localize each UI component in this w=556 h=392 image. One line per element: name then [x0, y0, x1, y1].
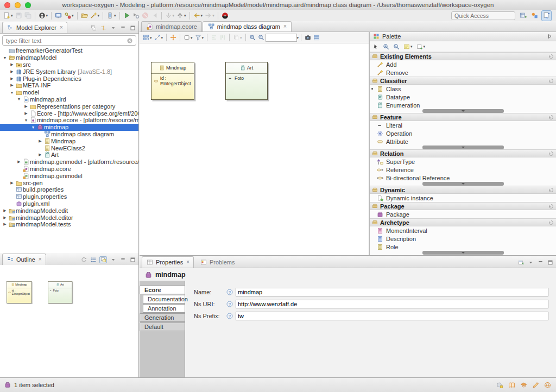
tree-expander-icon[interactable]: ▶	[37, 153, 43, 157]
view-menu-button[interactable]	[109, 256, 117, 263]
web-button[interactable]	[544, 382, 551, 389]
tree-item-jre-system-library[interactable]: ▶JRE System Library[JavaSE-1.8]	[0, 68, 138, 75]
diagram-class-mindmap[interactable]: Mindmapid : EIntegerObject	[7, 281, 31, 304]
tab-properties[interactable]: Properties ×	[142, 256, 194, 268]
close-icon[interactable]: ×	[60, 25, 63, 30]
maximize-button[interactable]	[129, 256, 136, 263]
maximize-button[interactable]	[546, 259, 554, 266]
select-tool-button[interactable]: ▾	[142, 33, 153, 42]
palette-item-bi-directional-reference[interactable]: Bi-directional Reference	[370, 174, 556, 182]
tree-item-mindmap-ecore-platform-resource-mindmapmode[interactable]: ▼mindmap.ecore - [platform:/resource/min…	[0, 117, 138, 124]
tree-expander-icon[interactable]: ▶	[2, 216, 8, 220]
tab-model-explorer[interactable]: Model Explorer ×	[2, 22, 67, 33]
pin-drawer-icon[interactable]	[548, 220, 554, 225]
palette-section-relation[interactable]: Relation	[370, 149, 556, 157]
layers-button[interactable]	[312, 33, 321, 42]
pin-drawer-icon[interactable]	[548, 151, 554, 156]
zoom-out-button[interactable]	[392, 42, 401, 52]
tree-expander-icon[interactable]: ▶	[9, 83, 15, 87]
record-button[interactable]: ▾	[63, 11, 75, 21]
container-button[interactable]: ▾	[182, 33, 194, 42]
tree-view-button[interactable]	[90, 256, 97, 263]
note-button[interactable]: ▾	[402, 42, 414, 52]
down-button[interactable]: ▾	[164, 11, 176, 21]
palette-item-enumeration[interactable]: Enumeration	[370, 101, 556, 109]
tab-problems[interactable]: Problems	[196, 256, 238, 268]
palette-item-reference[interactable]: Reference	[370, 166, 556, 174]
editor-tab-mindmap-class-diagram[interactable]: mindmap class diagram×	[203, 21, 292, 31]
palette-item-momentinterval[interactable]: MomentInterval	[370, 226, 556, 235]
zoom-out-button[interactable]	[257, 33, 266, 42]
palette-item-class[interactable]: Class	[370, 85, 556, 93]
palette-drawer-handle[interactable]	[422, 182, 504, 186]
export-image-button[interactable]	[304, 33, 312, 42]
help-button[interactable]: ?	[226, 289, 236, 295]
palette-item-package[interactable]: Package	[370, 210, 556, 218]
minimize-button[interactable]	[119, 256, 127, 263]
palette-item-add[interactable]: Add	[370, 60, 556, 68]
back-button[interactable]: ▾	[192, 11, 204, 21]
education-button[interactable]	[520, 382, 527, 389]
properties-tab-ecore[interactable]: Ecore	[140, 286, 185, 294]
new-element-button[interactable]: ▾	[415, 42, 427, 52]
pin-drawer-icon[interactable]	[548, 204, 554, 209]
pin-drawer-icon[interactable]	[548, 54, 554, 59]
new-button[interactable]: ▾	[2, 11, 14, 21]
perspective-active-button[interactable]	[541, 10, 552, 21]
class-member-foto[interactable]: Foto	[48, 288, 72, 293]
new-view-button[interactable]	[517, 259, 525, 266]
up-button[interactable]: ▾	[175, 11, 187, 21]
tree-item-model[interactable]: ▼model	[0, 89, 138, 96]
copy-appearance-button[interactable]: ▾	[232, 33, 243, 42]
palette-drawer-handle[interactable]	[422, 109, 504, 113]
palette-section-classifier[interactable]: Classifier	[370, 77, 556, 85]
tree-expander-icon[interactable]: ▶	[23, 104, 29, 109]
tree-item-mindmapmodel-edit[interactable]: ▶mindmapModel.edit	[0, 207, 138, 214]
class-member-id-eintegerobject[interactable]: id : EIntegerObject	[7, 288, 31, 295]
tree-expander-icon[interactable]: ▶	[16, 160, 22, 164]
close-icon[interactable]: ×	[283, 24, 287, 29]
collapse-palette-icon[interactable]	[546, 33, 553, 40]
properties-tab-annotation[interactable]: Annotation	[143, 304, 185, 313]
tree-item-build-properties[interactable]: build.properties	[0, 186, 138, 193]
tree-item-mindmapmodel-tests[interactable]: ▶mindmapModel.tests	[0, 221, 138, 228]
tree-item-mindmapmodel[interactable]: ▼mindmapModel	[0, 54, 138, 61]
quick-access-input[interactable]	[451, 11, 515, 20]
tree-item-art[interactable]: ▶Art	[0, 151, 138, 159]
save-button[interactable]	[14, 11, 23, 21]
tree-expander-icon[interactable]: ▶	[9, 77, 15, 81]
palette-item-literal[interactable]: Literal	[370, 121, 556, 129]
name-input[interactable]	[236, 288, 548, 296]
align-v-button[interactable]	[218, 33, 227, 42]
tree-item-src-gen[interactable]: ▶src-gen	[0, 179, 138, 186]
diagram-class-art[interactable]: ArtFoto	[225, 62, 268, 100]
book-button[interactable]	[508, 382, 515, 389]
palette-item-dynamic-instance[interactable]: Dynamic instance	[370, 194, 556, 202]
tree-item-plugin-xml[interactable]: plugin.xml	[0, 200, 138, 207]
palette-item-operation[interactable]: Operation	[370, 129, 556, 137]
tree-item-ecore-http-www-eclipse-org-emf-2002-ecore[interactable]: ▶Ecore - [http://www.eclipse.org/emf/200…	[0, 110, 138, 117]
zoom-in-button[interactable]	[248, 33, 257, 42]
properties-tab-default[interactable]: Default	[140, 323, 185, 331]
open-perspective-button[interactable]	[519, 11, 528, 21]
tree-item-mindmap-genmodel-platform-resource-mindmapm[interactable]: ▶mindmap.genmodel - [platform:/resource/…	[0, 159, 138, 166]
filter-input[interactable]	[5, 37, 126, 45]
palette-section-package[interactable]: Package	[370, 202, 556, 210]
diagram-canvas[interactable]: Mindmapid : EIntegerObjectArtFoto	[140, 43, 369, 255]
run-config-button[interactable]	[131, 11, 141, 21]
tree-item-mindmap-genmodel[interactable]: mindmap.genmodel	[0, 172, 138, 179]
forward-button[interactable]: ▾	[204, 11, 216, 21]
wand-button[interactable]: ▾	[89, 11, 101, 21]
palette-drawer-handle[interactable]	[422, 251, 504, 255]
tree-expander-icon[interactable]: ▶	[9, 69, 15, 74]
routing-button[interactable]: ▾	[153, 33, 165, 42]
console-button[interactable]	[54, 11, 63, 21]
pointer-button[interactable]	[496, 382, 503, 389]
user-button[interactable]: ▾	[37, 11, 49, 21]
collapse-all-button[interactable]	[90, 24, 97, 31]
save-all-button[interactable]	[23, 11, 33, 21]
pencil-button[interactable]	[532, 382, 539, 389]
stop-button[interactable]	[141, 11, 150, 21]
palette-item-role[interactable]: Role	[370, 243, 556, 251]
refresh-button[interactable]	[80, 256, 87, 263]
